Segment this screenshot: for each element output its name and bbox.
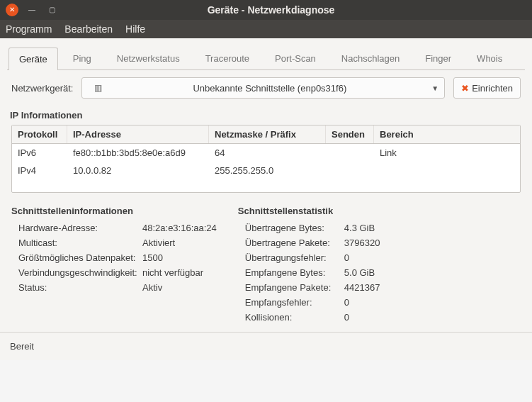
hw-value: 48:2a:e3:16:aa:24: [142, 223, 217, 233]
rxbytes-label: Empfangene Bytes:: [245, 267, 344, 278]
cell-mask: 255.255.255.0: [209, 162, 326, 179]
txerr-label: Übertragungsfehler:: [245, 252, 344, 263]
menu-program[interactable]: Programm: [6, 23, 52, 35]
device-select-text: Unbekannte Schnittstelle (enp0s31f6): [108, 83, 431, 94]
ifinfo-title: Schnittstelleninformationen: [11, 206, 217, 216]
rxbytes-value: 5.0 GiB: [344, 267, 375, 278]
cell-scope: Link: [374, 144, 520, 162]
tab-lookup[interactable]: Nachschlagen: [331, 47, 410, 69]
mtu-label: Größtmögliches Datenpaket:: [18, 252, 142, 263]
cell-proto: IPv6: [12, 144, 67, 162]
txerr-value: 0: [344, 252, 349, 263]
cell-addr: 10.0.0.82: [67, 162, 209, 179]
interface-stats: Schnittstellenstatistik Übertragene Byte…: [238, 203, 380, 325]
tab-netstatus[interactable]: Netzwerkstatus: [106, 47, 191, 69]
speed-value: nicht verfügbar: [142, 267, 203, 278]
multicast-value: Aktiviert: [142, 238, 175, 248]
minimize-icon[interactable]: —: [26, 4, 38, 16]
cell-scope: [374, 162, 520, 179]
ip-section-title: IP Informationen: [10, 110, 525, 121]
menu-edit[interactable]: Bearbeiten: [64, 23, 113, 35]
cell-send: [326, 144, 374, 162]
col-protocol[interactable]: Protokoll: [12, 125, 67, 143]
col-mask[interactable]: Netzmaske / Präfix: [209, 125, 326, 143]
txbytes-value: 4.3 GiB: [344, 223, 375, 233]
txpkts-value: 3796320: [344, 238, 380, 248]
cell-proto: IPv4: [12, 162, 67, 179]
statusbar: Bereit: [0, 332, 532, 360]
status-text: Bereit: [10, 341, 34, 352]
status-value: Aktiv: [142, 282, 162, 293]
mtu-value: 1500: [142, 252, 163, 263]
cell-send: [326, 162, 374, 179]
tab-whois[interactable]: Whois: [466, 47, 513, 69]
device-row: Netzwerkgerät: ▥ Unbekannte Schnittstell…: [7, 77, 525, 107]
device-label: Netzwerkgerät:: [11, 83, 73, 94]
table-row[interactable]: IPv4 10.0.0.82 255.255.255.0: [12, 162, 520, 179]
interface-columns: Schnittstelleninformationen Hardware-Adr…: [7, 203, 525, 332]
tab-portscan[interactable]: Port-Scan: [264, 47, 327, 69]
col-scope[interactable]: Bereich: [374, 125, 520, 143]
device-select[interactable]: ▥ Unbekannte Schnittstelle (enp0s31f6) ▼: [81, 77, 445, 99]
interface-info: Schnittstelleninformationen Hardware-Adr…: [11, 203, 217, 325]
ifstat-title: Schnittstellenstatistik: [238, 206, 380, 216]
tab-devices[interactable]: Geräte: [9, 48, 58, 70]
txbytes-label: Übertragene Bytes:: [245, 223, 344, 233]
rxerr-label: Empfangsfehler:: [245, 297, 344, 308]
tab-ping[interactable]: Ping: [62, 47, 102, 69]
chevron-down-icon: ▼: [431, 84, 438, 92]
tab-finger[interactable]: Finger: [414, 47, 462, 69]
multicast-label: Multicast:: [18, 238, 142, 248]
network-card-icon: ▥: [88, 83, 108, 93]
menubar: Programm Bearbeiten Hilfe: [0, 20, 532, 38]
cell-mask: 64: [209, 144, 326, 162]
configure-button-label: Einrichten: [472, 83, 513, 94]
window-title: Geräte - Netzwerkdiagnose: [65, 4, 477, 16]
close-icon[interactable]: ✕: [6, 4, 18, 16]
speed-label: Verbindungsgeschwindigkeit:: [18, 267, 142, 278]
rxpkts-label: Empfangene Pakete:: [245, 282, 344, 293]
ip-table: Protokoll IP-Adresse Netzmaske / Präfix …: [11, 125, 521, 193]
ip-table-body: IPv6 fe80::b1bb:3bd5:8e0e:a6d9 64 Link I…: [12, 144, 520, 192]
status-label: Status:: [18, 282, 142, 293]
rxerr-value: 0: [344, 297, 349, 308]
col-send[interactable]: Senden: [326, 125, 374, 143]
maximize-icon[interactable]: ▢: [45, 4, 58, 16]
tabbar: Geräte Ping Netzwerkstatus Traceroute Po…: [7, 47, 525, 70]
collisions-label: Kollisionen:: [245, 312, 344, 323]
titlebar: ✕ — ▢ Geräte - Netzwerkdiagnose: [0, 0, 532, 20]
collisions-value: 0: [344, 312, 349, 323]
rxpkts-value: 4421367: [344, 282, 380, 293]
menu-help[interactable]: Hilfe: [125, 23, 145, 35]
txpkts-label: Übertragene Pakete:: [245, 238, 344, 248]
main-content: Geräte Ping Netzwerkstatus Traceroute Po…: [0, 38, 532, 332]
ip-table-header: Protokoll IP-Adresse Netzmaske / Präfix …: [12, 125, 520, 144]
tools-icon: ✖: [461, 83, 469, 94]
table-row[interactable]: IPv6 fe80::b1bb:3bd5:8e0e:a6d9 64 Link: [12, 144, 520, 162]
configure-button[interactable]: ✖ Einrichten: [453, 77, 521, 99]
col-address[interactable]: IP-Adresse: [67, 125, 209, 143]
tab-traceroute[interactable]: Traceroute: [195, 47, 260, 69]
hw-label: Hardware-Adresse:: [18, 223, 142, 233]
cell-addr: fe80::b1bb:3bd5:8e0e:a6d9: [67, 144, 209, 162]
